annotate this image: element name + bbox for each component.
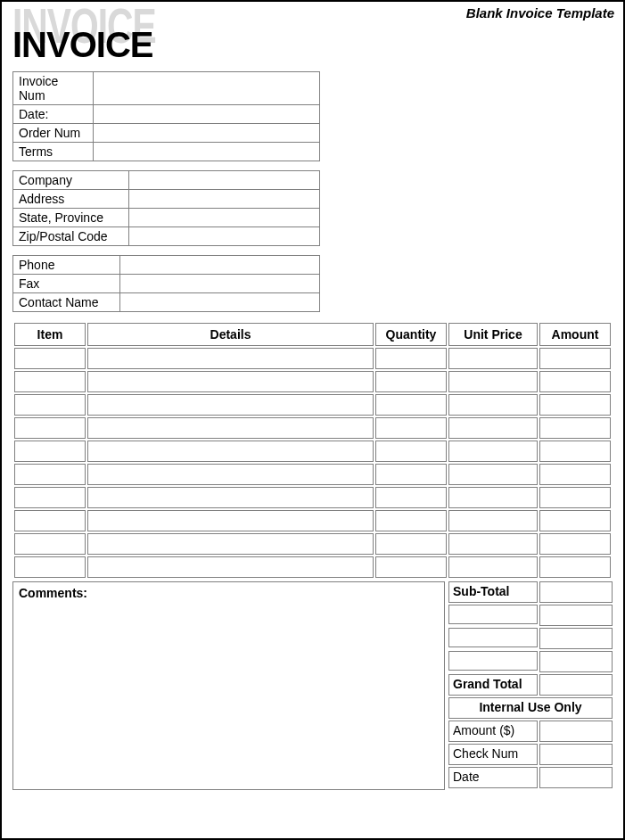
blank-cell[interactable]	[539, 651, 613, 672]
field-terms[interactable]	[94, 143, 319, 161]
header-details: Details	[87, 323, 374, 346]
field-date[interactable]	[94, 105, 319, 123]
table-row	[14, 464, 611, 485]
field-address[interactable]	[129, 190, 319, 208]
blank-cell[interactable]	[448, 651, 538, 671]
contact-block: Phone Fax Contact Name	[12, 255, 320, 312]
comments-box[interactable]: Comments:	[12, 581, 445, 790]
label-grand-total: Grand Total	[448, 674, 538, 696]
label-address: Address	[13, 190, 129, 208]
field-amount-dollar[interactable]	[539, 721, 613, 742]
table-row	[14, 556, 611, 578]
label-subtotal: Sub-Total	[448, 581, 538, 603]
invoice-page: Blank Invoice Template INVOICE INVOICE I…	[0, 0, 625, 840]
table-row	[14, 394, 611, 416]
field-contact[interactable]	[120, 293, 319, 311]
company-block: Company Address State, Province Zip/Post…	[12, 170, 320, 246]
bottom-section: Comments: Sub-Total Grand Total	[12, 581, 613, 790]
header-quantity: Quantity	[375, 323, 447, 346]
table-row	[14, 348, 611, 369]
table-row	[14, 487, 611, 508]
label-invoice-num: Invoice Num	[13, 72, 94, 104]
table-row	[14, 441, 611, 462]
label-internal-use: Internal Use Only	[448, 697, 613, 719]
field-subtotal[interactable]	[539, 581, 613, 603]
template-title: Blank Invoice Template	[466, 5, 614, 21]
label-zip: Zip/Postal Code	[13, 227, 129, 245]
header-amount: Amount	[539, 323, 611, 346]
field-grand-total[interactable]	[539, 674, 613, 696]
label-state: State, Province	[13, 209, 129, 226]
invoice-logo: INVOICE INVOICE	[12, 27, 613, 62]
header-item: Item	[14, 323, 86, 346]
table-row	[14, 417, 611, 439]
field-total-date[interactable]	[539, 767, 613, 788]
field-order-num[interactable]	[94, 124, 319, 142]
label-amount-dollar: Amount ($)	[448, 721, 538, 742]
field-check-num[interactable]	[539, 744, 613, 765]
items-table: Item Details Quantity Unit Price Amount	[12, 321, 613, 580]
blank-cell[interactable]	[539, 605, 613, 626]
label-order-num: Order Num	[13, 124, 94, 142]
field-invoice-num[interactable]	[94, 72, 319, 104]
items-body	[14, 348, 611, 578]
table-row	[14, 533, 611, 555]
field-state[interactable]	[129, 209, 319, 226]
label-terms: Terms	[13, 143, 94, 161]
label-check-num: Check Num	[448, 744, 538, 765]
table-row	[14, 371, 611, 392]
blank-cell[interactable]	[539, 628, 613, 649]
label-contact: Contact Name	[13, 293, 120, 311]
invoice-meta-block: Invoice Num Date: Order Num Terms	[12, 71, 320, 161]
label-phone: Phone	[13, 256, 120, 274]
header-unit-price: Unit Price	[448, 323, 538, 346]
blank-cell[interactable]	[448, 628, 538, 647]
table-row	[14, 510, 611, 531]
field-company[interactable]	[129, 171, 319, 189]
label-total-date: Date	[448, 767, 538, 788]
comments-label: Comments:	[19, 586, 87, 600]
label-company: Company	[13, 171, 129, 189]
field-zip[interactable]	[129, 227, 319, 245]
totals-block: Sub-Total Grand Total Internal Use Only	[448, 581, 613, 790]
blank-cell[interactable]	[448, 605, 538, 624]
field-phone[interactable]	[120, 256, 319, 274]
field-fax[interactable]	[120, 275, 319, 292]
label-date: Date:	[13, 105, 94, 123]
label-fax: Fax	[13, 275, 120, 292]
